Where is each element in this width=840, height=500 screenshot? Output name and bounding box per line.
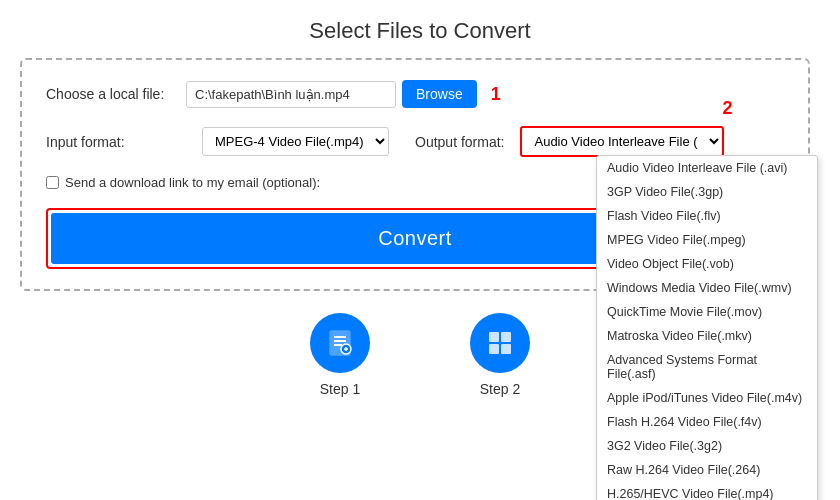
- step2-label: Step 2: [480, 381, 520, 397]
- browse-button[interactable]: Browse: [402, 80, 477, 108]
- dropdown-item[interactable]: Flash H.264 Video File(.f4v): [597, 410, 817, 434]
- dropdown-item[interactable]: Flash Video File(.flv): [597, 204, 817, 228]
- file-input-group: Browse 1: [186, 80, 501, 108]
- dropdown-item[interactable]: QuickTime Movie File(.mov): [597, 300, 817, 324]
- svg-rect-7: [489, 332, 499, 342]
- dropdown-item[interactable]: Video Object File(.vob): [597, 252, 817, 276]
- dropdown-item[interactable]: Windows Media Video File(.wmv): [597, 276, 817, 300]
- output-format-select[interactable]: Audio Video Interleave File (: [520, 126, 724, 157]
- file-path-input[interactable]: [186, 81, 396, 108]
- output-format-dropdown: Audio Video Interleave File (.avi)3GP Vi…: [596, 155, 818, 500]
- dropdown-item[interactable]: Audio Video Interleave File (.avi): [597, 156, 817, 180]
- svg-rect-9: [489, 344, 499, 354]
- svg-rect-8: [501, 332, 511, 342]
- svg-rect-10: [501, 344, 511, 354]
- step1-badge: 1: [491, 84, 501, 105]
- input-format-select[interactable]: MPEG-4 Video File(.mp4): [202, 127, 389, 156]
- step2-icon: [470, 313, 530, 373]
- dropdown-item[interactable]: Apple iPod/iTunes Video File(.m4v): [597, 386, 817, 410]
- dropdown-item[interactable]: Advanced Systems Format File(.asf): [597, 348, 817, 386]
- local-file-label: Choose a local file:: [46, 86, 186, 102]
- dropdown-item[interactable]: Raw H.264 Video File(.264): [597, 458, 817, 482]
- dropdown-item[interactable]: 3G2 Video File(.3g2): [597, 434, 817, 458]
- input-format-label: Input format:: [46, 134, 186, 150]
- step1-item: Step 1: [310, 313, 370, 397]
- dropdown-item[interactable]: 3GP Video File(.3gp): [597, 180, 817, 204]
- dropdown-item[interactable]: H.265/HEVC Video File(.mp4): [597, 482, 817, 500]
- step1-label: Step 1: [320, 381, 360, 397]
- output-select-wrapper: 2 Audio Video Interleave File (: [520, 126, 724, 157]
- dropdown-item[interactable]: MPEG Video File(.mpeg): [597, 228, 817, 252]
- email-checkbox-label: Send a download link to my email (option…: [65, 175, 320, 190]
- step2-badge: 2: [722, 98, 732, 119]
- step1-icon: [310, 313, 370, 373]
- file-row: Choose a local file: Browse 1: [46, 80, 784, 108]
- page-title: Select Files to Convert: [0, 0, 840, 58]
- dropdown-item[interactable]: Matroska Video File(.mkv): [597, 324, 817, 348]
- format-row: Input format: MPEG-4 Video File(.mp4) Ou…: [46, 126, 784, 157]
- step2-item: Step 2: [470, 313, 530, 397]
- output-format-label: Output format:: [415, 134, 504, 150]
- email-checkbox[interactable]: [46, 176, 59, 189]
